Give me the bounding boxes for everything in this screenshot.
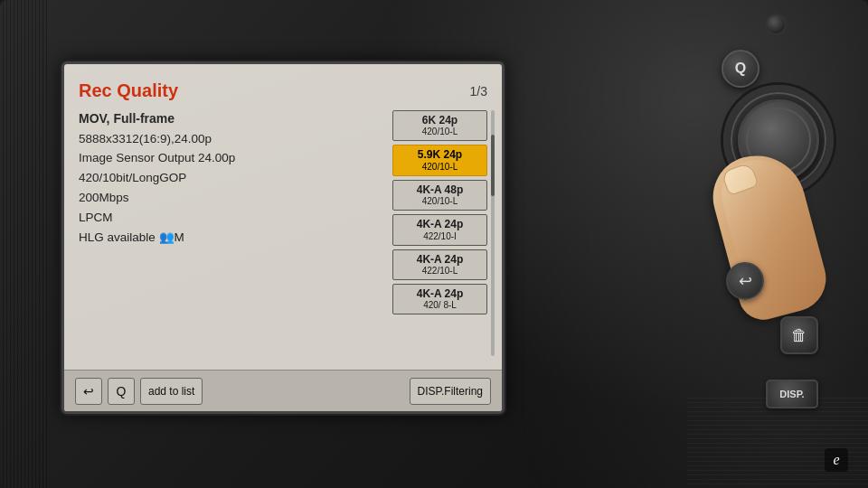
back-body-button[interactable]: ↩ bbox=[726, 262, 764, 300]
delete-body-button[interactable]: 🗑 bbox=[780, 316, 818, 354]
disp-filtering-button[interactable]: DISP.Filtering bbox=[410, 378, 491, 405]
back-icon: ↩ bbox=[83, 384, 94, 399]
options-panel: 6K 24p 420/10-L 5.9K 24p 420/10-L 4K-A 4… bbox=[392, 110, 487, 356]
delete-icon: 🗑 bbox=[791, 326, 807, 345]
scrollbar-thumb[interactable] bbox=[491, 135, 495, 196]
q-body-button[interactable]: Q bbox=[722, 50, 760, 88]
lcd-screen: Rec Quality 1/3 MOV, Full-frame 5888x331… bbox=[61, 61, 505, 414]
add-to-list-button[interactable]: add to list bbox=[140, 378, 203, 405]
thumb bbox=[723, 154, 850, 334]
q-icon: Q bbox=[117, 384, 127, 399]
info-line-5: 200Mbps bbox=[79, 190, 382, 207]
screen-body: MOV, Full-frame 5888x3312(16:9),24.00p I… bbox=[79, 110, 487, 356]
option-4ka-48p[interactable]: 4K-A 48p 420/10-L bbox=[392, 180, 487, 211]
screen-header: Rec Quality 1/3 bbox=[79, 80, 487, 101]
disp-label: DISP. bbox=[779, 389, 804, 399]
info-line-2: 5888x3312(16:9),24.00p bbox=[79, 131, 382, 148]
scrollbar-track bbox=[491, 110, 495, 356]
option-4ka-24p-1[interactable]: 4K-A 24p 422/10-I bbox=[392, 214, 487, 245]
info-panel: MOV, Full-frame 5888x3312(16:9),24.00p I… bbox=[79, 110, 382, 356]
camera-body: Rec Quality 1/3 MOV, Full-frame 5888x331… bbox=[0, 0, 868, 488]
disp-body-button[interactable]: DISP. bbox=[766, 380, 818, 408]
page-indicator: 1/3 bbox=[470, 84, 487, 99]
screen-title: Rec Quality bbox=[79, 80, 178, 101]
top-knob bbox=[765, 14, 787, 35]
back-toolbar-button[interactable]: ↩ bbox=[75, 378, 102, 405]
option-6k-24p[interactable]: 6K 24p 420/10-L bbox=[392, 110, 487, 141]
grip-texture bbox=[0, 0, 50, 488]
thumb-nail bbox=[721, 162, 759, 196]
info-line-1: MOV, Full-frame bbox=[79, 110, 382, 128]
back-body-icon: ↩ bbox=[739, 271, 752, 291]
q-toolbar-button[interactable]: Q bbox=[108, 378, 135, 405]
info-line-3: Image Sensor Output 24.00p bbox=[79, 150, 382, 167]
info-line-7: HLG available 👥M bbox=[79, 230, 382, 247]
option-4ka-24p-2[interactable]: 4K-A 24p 422/10-L bbox=[392, 249, 487, 280]
info-line-4: 420/10bit/LongGOP bbox=[79, 170, 382, 187]
screen-toolbar: ↩ Q add to list DISP.Filtering bbox=[64, 370, 502, 411]
option-59k-24p[interactable]: 5.9K 24p 420/10-L bbox=[392, 145, 487, 175]
option-4ka-24p-3[interactable]: 4K-A 24p 420/ 8-L bbox=[392, 284, 487, 314]
engadget-watermark: e bbox=[825, 448, 848, 472]
add-to-list-label: add to list bbox=[148, 385, 194, 398]
q-body-label: Q bbox=[735, 61, 746, 77]
thumb-shape bbox=[703, 145, 833, 325]
screen-content: Rec Quality 1/3 MOV, Full-frame 5888x331… bbox=[64, 64, 502, 411]
disp-filtering-label: DISP.Filtering bbox=[418, 385, 483, 398]
camera-texture bbox=[687, 398, 868, 488]
engadget-icon: e bbox=[833, 452, 839, 468]
info-line-6: LPCM bbox=[79, 210, 382, 227]
